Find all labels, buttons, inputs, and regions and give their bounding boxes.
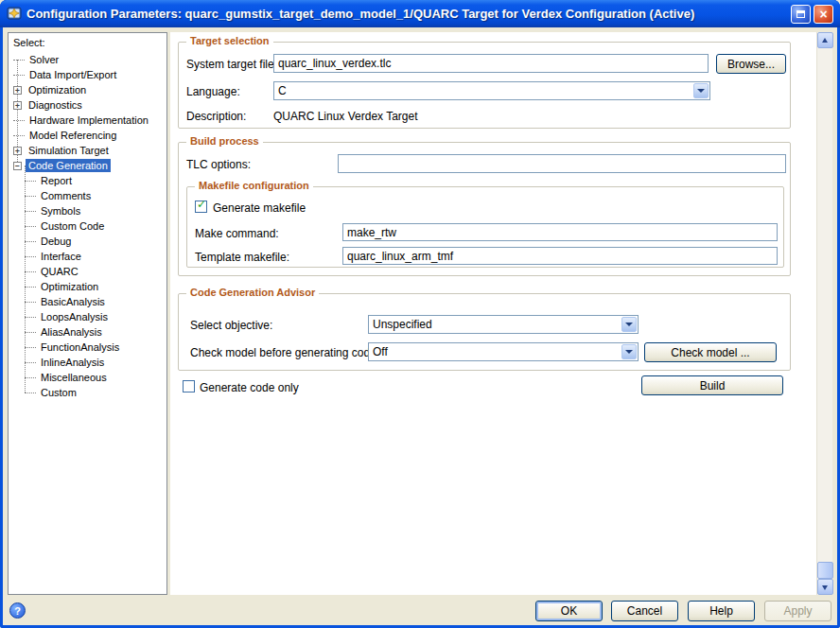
tree-line (25, 226, 36, 227)
tree-item-label[interactable]: Custom Code (38, 219, 107, 233)
tlc-options-input[interactable] (338, 154, 786, 173)
scroll-down-button[interactable] (817, 579, 833, 595)
tree-item-label[interactable]: Symbols (38, 204, 83, 218)
tree-item-debug[interactable]: Debug (9, 234, 166, 249)
tree-item-label[interactable]: Optimization (26, 83, 89, 96)
arrow-down-icon (822, 585, 828, 590)
apply-button[interactable]: Apply (764, 601, 831, 621)
tree-item-label[interactable]: FunctionAnalysis (38, 340, 122, 354)
tree-item-label[interactable]: Solver (26, 53, 61, 66)
tree-item-label[interactable]: Data Import/Export (26, 68, 119, 81)
generate-code-only-checkbox[interactable] (183, 380, 195, 392)
tree-item-quarc[interactable]: QUARC (9, 264, 166, 279)
plus-expander-icon[interactable]: + (13, 86, 22, 95)
select-objective-select[interactable]: Unspecified (368, 315, 639, 334)
tree-item-optimization[interactable]: +Optimization (9, 82, 166, 97)
make-command-label: Make command: (195, 227, 279, 240)
template-makefile-label: Template makefile: (195, 251, 289, 264)
generate-makefile-label[interactable]: Generate makefile (213, 201, 306, 215)
tree-item-custom-code[interactable]: Custom Code (9, 218, 166, 234)
make-command-input[interactable] (342, 223, 778, 241)
chevron-down-arrow (697, 89, 705, 93)
tree-item-label[interactable]: InlineAnalysis (38, 356, 107, 369)
cancel-button[interactable]: Cancel (611, 601, 678, 621)
build-process-title: Build process (186, 135, 263, 147)
tree-line (25, 241, 36, 242)
tree-item-interface[interactable]: Interface (9, 249, 166, 264)
tree-item-report[interactable]: Report (9, 173, 166, 188)
tree-item-label[interactable]: LoopsAnalysis (38, 310, 111, 323)
tree-item-label[interactable]: Simulation Target (26, 144, 112, 157)
close-button[interactable]: × (814, 5, 833, 24)
check-model-select[interactable]: Off (368, 342, 639, 361)
tree-item-diagnostics[interactable]: +Diagnostics (9, 97, 166, 113)
tree-line (25, 287, 36, 288)
system-target-file-input[interactable] (273, 54, 709, 73)
tree-item-label[interactable]: Code Generation (26, 159, 111, 172)
tree-item-code-generation[interactable]: −Code Generation (9, 158, 166, 173)
plus-expander-icon[interactable]: + (13, 101, 22, 110)
tree-item-inlineanalysis[interactable]: InlineAnalysis (9, 355, 166, 370)
check-model-button[interactable]: Check model ... (644, 342, 777, 362)
tree-item-data-import-export[interactable]: Data Import/Export (9, 67, 166, 82)
check-model-label: Check model before generating code: (190, 346, 379, 359)
vertical-scrollbar[interactable] (816, 32, 832, 595)
tree-item-functionanalysis[interactable]: FunctionAnalysis (9, 340, 166, 355)
config-params-icon (7, 6, 22, 21)
tree-item-basicanalysis[interactable]: BasicAnalysis (9, 294, 166, 309)
tree-line (25, 211, 36, 212)
chevron-down-icon[interactable] (621, 317, 637, 332)
generate-makefile-checkbox[interactable]: ✓ (195, 201, 207, 213)
chevron-down-arrow (625, 323, 633, 326)
template-makefile-input[interactable] (342, 247, 778, 265)
makefile-configuration-group: Makefile configuration ✓ Generate makefi… (186, 186, 784, 268)
tree-item-custom[interactable]: Custom (9, 385, 166, 400)
help-icon[interactable]: ? (9, 602, 26, 619)
tree-item-label[interactable]: Hardware Implementation (26, 113, 151, 127)
description-value: QUARC Linux Verdex Target (273, 110, 418, 123)
tree-item-label[interactable]: Miscellaneous (38, 371, 110, 384)
tree-item-model-referencing[interactable]: Model Referencing (9, 128, 166, 143)
window-title: Configuration Parameters: quarc_gumstix_… (26, 0, 694, 27)
plus-expander-icon[interactable]: + (13, 147, 22, 155)
tree-item-miscellaneous[interactable]: Miscellaneous (9, 370, 166, 385)
tree-line (13, 135, 25, 136)
tree-item-solver[interactable]: Solver (9, 52, 166, 67)
chevron-down-icon[interactable] (621, 344, 637, 359)
tree-line (25, 196, 36, 197)
tree-item-label[interactable]: Diagnostics (26, 98, 85, 112)
restore-button[interactable] (791, 5, 811, 24)
tree-item-comments[interactable]: Comments (9, 188, 166, 203)
language-select[interactable]: C (273, 81, 710, 100)
scrollbar-thumb[interactable] (817, 562, 833, 579)
tree-item-label[interactable]: BasicAnalysis (38, 295, 108, 308)
minus-expander-icon[interactable]: − (13, 162, 22, 170)
build-button[interactable]: Build (641, 375, 783, 395)
help-button[interactable]: Help (688, 601, 755, 621)
tree-item-simulation-target[interactable]: +Simulation Target (9, 143, 166, 158)
browse-button[interactable]: Browse... (716, 54, 786, 74)
tree-item-label[interactable]: AliasAnalysis (38, 325, 105, 339)
tree-item-label[interactable]: Optimization (38, 280, 101, 293)
tree-item-aliasanalysis[interactable]: AliasAnalysis (9, 324, 166, 340)
tree-item-label[interactable]: Debug (38, 235, 74, 248)
scroll-up-button[interactable] (817, 32, 833, 48)
ok-button[interactable]: OK (535, 601, 603, 621)
tree-item-label[interactable]: Comments (38, 189, 94, 202)
tree-item-hardware-implementation[interactable]: Hardware Implementation (9, 113, 166, 128)
tree-item-label[interactable]: Custom (38, 386, 79, 399)
select-objective-label: Select objective: (190, 319, 272, 332)
tree-item-label[interactable]: QUARC (38, 265, 81, 278)
tlc-options-label: TLC options: (186, 158, 251, 171)
tree-item-symbols[interactable]: Symbols (9, 203, 166, 218)
tree-item-loopsanalysis[interactable]: LoopsAnalysis (9, 309, 166, 324)
tree-item-optimization[interactable]: Optimization (9, 279, 166, 294)
tree-line (25, 347, 36, 348)
generate-code-only-label[interactable]: Generate code only (200, 381, 299, 394)
tree-item-label[interactable]: Interface (38, 250, 84, 263)
tree-item-label[interactable]: Report (38, 174, 75, 187)
tree-item-label[interactable]: Model Referencing (26, 129, 119, 142)
chevron-down-icon[interactable] (693, 83, 709, 98)
configuration-parameters-window: Configuration Parameters: quarc_gumstix_… (0, 0, 840, 628)
titlebar[interactable]: Configuration Parameters: quarc_gumstix_… (0, 0, 840, 27)
